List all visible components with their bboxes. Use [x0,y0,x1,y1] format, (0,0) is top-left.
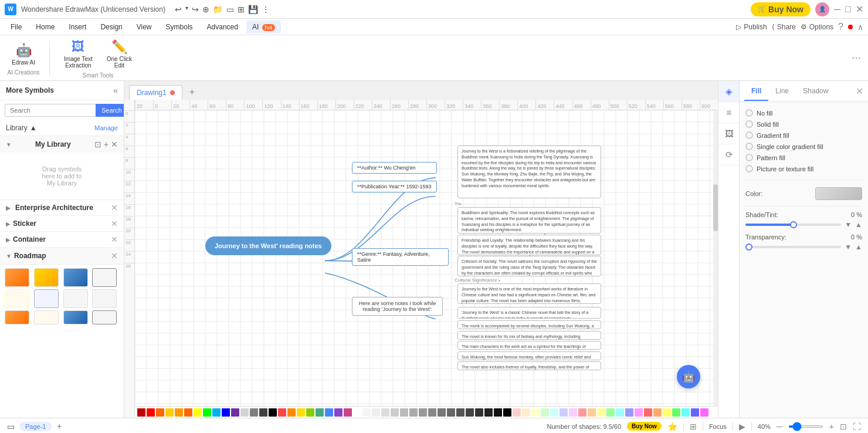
manage-label[interactable]: Manage [94,124,118,131]
picture-texture-radio[interactable] [745,165,753,172]
color-swatch[interactable] [297,408,305,417]
add-page-btn[interactable]: + [56,421,62,432]
no-fill-radio[interactable] [745,109,753,117]
color-swatch[interactable] [428,408,436,417]
enterprise-architecture-section[interactable]: ▶ Enterprise Architecture ✕ [0,200,124,216]
canvas-vscrollbar[interactable] [713,110,718,406]
color-swatch[interactable] [588,408,596,417]
color-swatch[interactable] [222,408,230,417]
color-swatch[interactable] [475,408,483,417]
color-swatch[interactable] [691,408,699,417]
solid-fill-option[interactable]: Solid fill [745,120,862,128]
color-swatch[interactable] [203,408,211,417]
roadmap-item-8[interactable] [92,289,117,308]
color-swatch[interactable] [635,408,643,417]
layers-icon[interactable]: ⊞ [690,422,697,431]
search-input[interactable] [5,104,96,117]
menu-advanced[interactable]: Advanced [201,21,244,33]
color-swatch[interactable] [494,408,502,417]
color-swatch[interactable] [569,408,577,417]
ai-assistant-btn[interactable]: 🤖 [677,365,700,388]
text-block-notes-3[interactable]: The novel is known for its mix of fantas… [457,331,601,340]
gradient-fill-option[interactable]: Gradient fill [745,131,862,139]
color-swatch[interactable] [653,408,662,417]
undo-btn[interactable]: ↩ [175,5,182,14]
no-fill-option[interactable]: No fill [745,109,862,117]
my-library-header[interactable]: ▼ My Library ⊡ + ✕ [0,136,124,153]
fit-page-btn[interactable]: ⊡ [840,422,847,431]
pattern-fill-option[interactable]: Pattern fill [745,154,862,161]
redo-btn[interactable]: ↪ [192,5,199,14]
fill-tab[interactable]: Fill [744,82,768,101]
one-click-edit-btn[interactable]: ✏️ One ClickEdit [102,37,137,71]
fullscreen-btn[interactable]: ⛶ [853,422,861,431]
color-swatch[interactable] [550,408,558,417]
text-block-notes-6[interactable]: The novel also includes themes of loyalt… [457,361,601,370]
single-color-radio[interactable] [745,143,753,150]
color-swatch[interactable] [456,408,464,417]
roadmap-item-9[interactable] [5,310,29,324]
more-btn[interactable]: ⋮ [262,5,270,14]
notes-node[interactable]: Here are some notes I took while reading… [352,297,443,316]
image-icon-tab[interactable]: 🖼 [718,123,740,144]
pattern-fill-radio[interactable] [745,154,753,161]
zoom-out-btn[interactable]: ─ [777,422,782,431]
color-swatch[interactable] [663,408,671,417]
my-library-add-btn[interactable]: + [104,140,108,149]
genre-node[interactable]: **Genre:** Fantasy, Adventure, Satire [352,248,449,266]
help-btn[interactable]: ? [838,22,843,32]
roadmap-item-12[interactable] [92,310,117,324]
color-swatch[interactable] [381,408,389,417]
color-swatch[interactable] [175,408,183,417]
shade-tint-increment[interactable]: ▲ [855,221,862,229]
format-icon-tab[interactable]: ≡ [718,102,740,123]
solid-fill-radio[interactable] [745,120,753,128]
text-block-buddhism[interactable]: Buddhism and Spirituality: The novel exp… [457,207,601,234]
color-swatch[interactable] [541,408,549,417]
roadmap-close-btn[interactable]: ✕ [111,251,118,261]
color-swatch[interactable] [250,408,258,417]
color-swatch[interactable] [606,408,615,417]
color-swatch[interactable] [278,408,286,417]
color-swatch[interactable] [419,408,427,417]
collapse-ribbon-icon[interactable]: ⋯ [852,52,861,63]
text-block-notes-5[interactable]: Sun Wukong, the most famous monkey, ofte… [457,351,601,360]
save-btn[interactable]: 💾 [248,5,258,14]
color-swatch[interactable] [137,408,145,417]
maximize-btn[interactable]: □ [845,4,851,15]
central-mind-node[interactable]: Journey to the West' reading notes [205,236,331,255]
transparency-slider[interactable] [745,246,841,248]
color-swatch[interactable] [391,408,399,417]
color-swatch[interactable] [362,408,371,417]
user-avatar[interactable]: 👤 [815,2,829,16]
color-swatch[interactable] [287,408,296,417]
buy-now-title-btn[interactable]: 🛒 Buy Now [751,2,811,16]
color-swatch[interactable] [438,408,446,417]
library-label[interactable]: Library ▲ [6,124,37,132]
color-swatch[interactable] [522,408,530,417]
text-block-notes-1[interactable]: 'Journey to the West' is a classic Chine… [457,307,601,319]
publication-year-node[interactable]: **Publication Year:** 1592-1593 [352,181,437,192]
text-block-cultural[interactable]: Journey to the West is one of the most i… [457,283,601,304]
expand-btn[interactable]: ⊕ [202,5,209,14]
color-swatch[interactable] [616,408,624,417]
roadmap-item-3[interactable] [63,268,88,287]
color-swatch[interactable] [700,408,708,417]
menu-ai[interactable]: AI hot [246,21,281,33]
color-swatch[interactable] [560,408,568,417]
menu-insert[interactable]: Insert [63,21,92,33]
color-swatch[interactable] [156,408,164,417]
color-swatch[interactable] [409,408,418,417]
search-button[interactable]: Search [96,104,124,117]
menu-design[interactable]: Design [94,21,128,33]
text-block-notes-2[interactable]: The monk is accompanied by several disci… [457,320,601,329]
color-swatch[interactable] [165,408,174,417]
color-swatch[interactable] [466,408,474,417]
color-swatch[interactable] [672,408,680,417]
author-node[interactable]: **Author:** Wu Cheng'en [352,162,437,174]
color-swatch[interactable] [597,408,605,417]
expand-ribbon-btn[interactable]: ∧ [857,22,863,32]
template-btn[interactable]: ▭ [226,5,234,14]
color-swatch[interactable] [316,408,324,417]
color-swatch[interactable] [513,408,521,417]
